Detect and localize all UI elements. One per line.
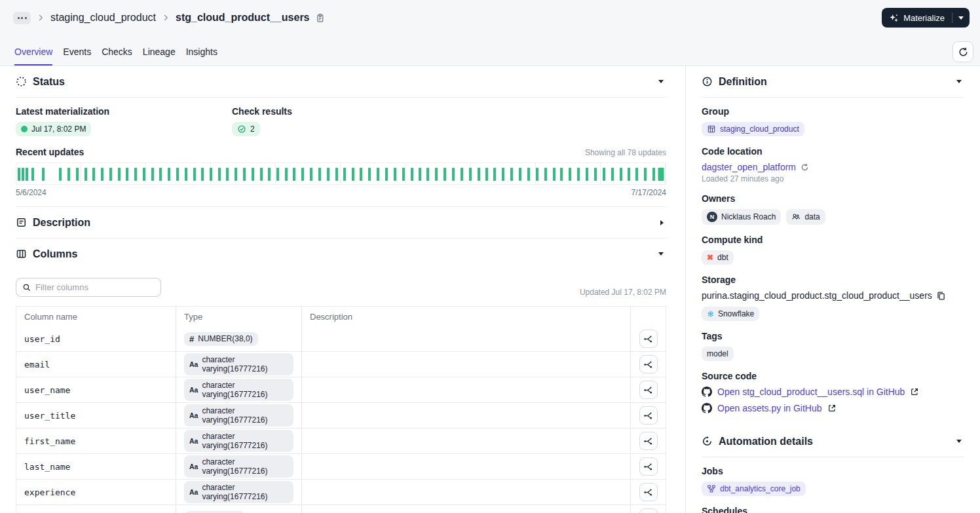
update-tick[interactable] bbox=[594, 168, 597, 181]
update-tick[interactable] bbox=[335, 168, 338, 181]
update-tick[interactable] bbox=[310, 168, 312, 181]
update-tick[interactable] bbox=[368, 168, 371, 181]
update-tick[interactable] bbox=[519, 168, 521, 181]
job-badge[interactable]: dbt_analytics_core_job bbox=[702, 482, 806, 496]
update-tick[interactable] bbox=[544, 168, 547, 181]
description-section-header[interactable]: Description bbox=[16, 207, 666, 238]
update-tick[interactable] bbox=[586, 168, 588, 181]
tab-insights[interactable]: Insights bbox=[186, 47, 217, 66]
columns-collapse-button[interactable] bbox=[656, 250, 666, 258]
update-tick[interactable] bbox=[603, 168, 605, 181]
group-badge[interactable]: staging_cloud_product bbox=[702, 122, 804, 136]
update-tick[interactable] bbox=[553, 168, 556, 181]
update-tick[interactable] bbox=[151, 168, 154, 181]
update-tick[interactable] bbox=[301, 168, 304, 181]
tab-overview[interactable]: Overview bbox=[14, 47, 52, 66]
update-tick[interactable] bbox=[620, 168, 622, 181]
view-column-lineage-button[interactable] bbox=[639, 432, 658, 450]
breadcrumb-more-button[interactable] bbox=[13, 12, 31, 24]
update-tick[interactable] bbox=[461, 168, 463, 181]
update-tick[interactable] bbox=[426, 168, 429, 181]
update-tick[interactable] bbox=[85, 168, 87, 181]
owner-user-badge[interactable]: N Nicklaus Roach bbox=[702, 209, 781, 225]
status-collapse-button[interactable] bbox=[656, 77, 666, 86]
update-tick[interactable] bbox=[435, 168, 438, 181]
update-tick[interactable] bbox=[318, 168, 321, 181]
update-tick[interactable] bbox=[402, 168, 405, 181]
update-tick[interactable] bbox=[118, 168, 121, 181]
update-tick[interactable] bbox=[126, 168, 128, 181]
view-column-lineage-button[interactable] bbox=[639, 457, 658, 476]
update-tick[interactable] bbox=[285, 168, 288, 181]
update-tick[interactable] bbox=[210, 168, 212, 181]
update-tick[interactable] bbox=[59, 168, 62, 181]
update-tick[interactable] bbox=[502, 168, 504, 181]
update-tick[interactable] bbox=[201, 168, 204, 181]
update-tick[interactable] bbox=[452, 168, 455, 181]
source-code-link[interactable]: Open stg_cloud_product__users.sql in Git… bbox=[717, 387, 905, 397]
update-tick[interactable] bbox=[611, 168, 614, 181]
update-tick[interactable] bbox=[385, 168, 388, 181]
update-tick[interactable] bbox=[193, 168, 196, 181]
update-tick[interactable] bbox=[510, 168, 513, 181]
update-tick[interactable] bbox=[293, 168, 295, 181]
tab-lineage[interactable]: Lineage bbox=[143, 47, 176, 66]
update-tick[interactable] bbox=[411, 168, 413, 181]
update-tick[interactable] bbox=[644, 168, 647, 181]
update-tick[interactable] bbox=[42, 168, 45, 181]
update-tick[interactable] bbox=[419, 168, 421, 181]
check-results-badge[interactable]: 2 bbox=[232, 122, 260, 136]
update-tick[interactable] bbox=[569, 168, 571, 181]
view-column-lineage-button[interactable] bbox=[639, 330, 658, 348]
breadcrumb-group-link[interactable]: staging_cloud_product bbox=[50, 12, 156, 24]
description-expand-button[interactable] bbox=[658, 218, 666, 228]
update-tick[interactable] bbox=[67, 168, 70, 181]
update-tick[interactable] bbox=[26, 168, 28, 181]
columns-section-header[interactable]: Columns bbox=[16, 238, 666, 269]
update-tick[interactable] bbox=[635, 168, 638, 181]
update-tick[interactable] bbox=[92, 168, 95, 181]
update-tick[interactable] bbox=[527, 168, 530, 181]
update-tick[interactable] bbox=[22, 168, 24, 181]
owner-team-badge[interactable]: data bbox=[786, 209, 825, 225]
materialize-button[interactable]: Materialize bbox=[882, 8, 952, 28]
tag-badge[interactable]: model bbox=[702, 347, 734, 361]
update-tick[interactable] bbox=[394, 168, 396, 181]
update-tick[interactable] bbox=[377, 168, 379, 181]
update-tick[interactable] bbox=[185, 168, 187, 181]
source-code-link[interactable]: Open assets.py in GitHub bbox=[717, 403, 822, 413]
status-section-header[interactable]: Status bbox=[16, 66, 666, 97]
update-tick[interactable] bbox=[360, 168, 362, 181]
update-tick[interactable] bbox=[478, 168, 480, 181]
latest-materialization-badge[interactable]: Jul 17, 8:02 PM bbox=[16, 122, 91, 136]
definition-collapse-button[interactable] bbox=[954, 77, 964, 86]
filter-columns-input[interactable] bbox=[35, 282, 155, 292]
update-tick[interactable] bbox=[143, 168, 145, 181]
update-tick[interactable] bbox=[268, 168, 271, 181]
update-tick[interactable] bbox=[560, 168, 563, 181]
update-tick[interactable] bbox=[76, 168, 79, 181]
update-tick[interactable] bbox=[18, 168, 20, 181]
update-tick[interactable] bbox=[652, 168, 655, 181]
tab-events[interactable]: Events bbox=[63, 47, 91, 66]
definition-section-header[interactable]: Definition bbox=[702, 66, 964, 97]
tab-checks[interactable]: Checks bbox=[102, 47, 132, 66]
copy-storage-path-icon[interactable] bbox=[936, 291, 946, 301]
compute-kind-badge[interactable]: ✖ dbt bbox=[702, 250, 734, 265]
code-location-link[interactable]: dagster_open_platform bbox=[702, 162, 796, 172]
update-tick[interactable] bbox=[443, 168, 446, 181]
update-tick[interactable] bbox=[31, 168, 34, 181]
update-tick[interactable] bbox=[485, 168, 488, 181]
automation-collapse-button[interactable] bbox=[954, 437, 964, 446]
automation-section-header[interactable]: Automation details bbox=[702, 426, 964, 457]
update-tick[interactable] bbox=[352, 168, 354, 181]
update-tick[interactable] bbox=[260, 168, 263, 181]
update-tick[interactable] bbox=[235, 168, 237, 181]
update-tick[interactable] bbox=[134, 168, 137, 181]
view-column-lineage-button[interactable] bbox=[639, 483, 658, 501]
reload-location-icon[interactable] bbox=[801, 163, 809, 172]
update-tick[interactable] bbox=[577, 168, 580, 181]
update-tick[interactable] bbox=[252, 168, 254, 181]
update-tick[interactable] bbox=[536, 168, 538, 181]
view-column-lineage-button[interactable] bbox=[639, 355, 658, 373]
